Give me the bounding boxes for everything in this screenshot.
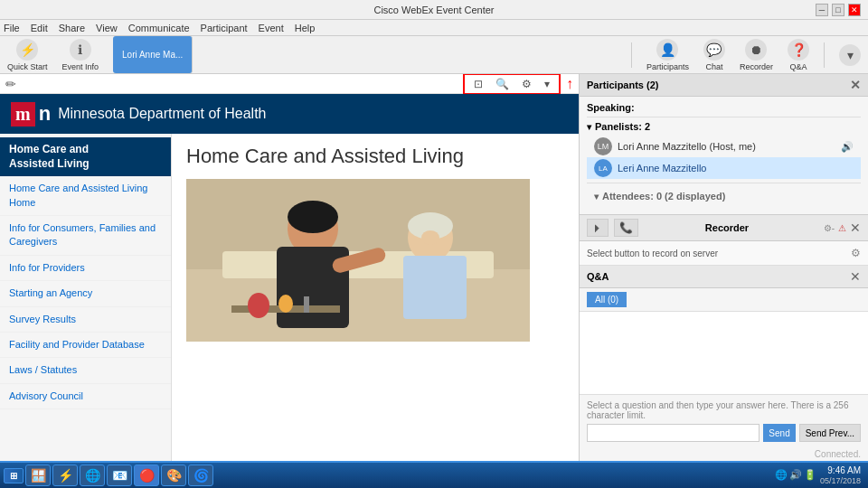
sidebar-link-home[interactable]: Home Care and Assisted Living Home: [0, 176, 171, 216]
menu-help[interactable]: Help: [295, 23, 316, 33]
event-info-button[interactable]: ℹ Event Info: [62, 39, 99, 71]
sidebar-link-agency[interactable]: Starting an Agency: [0, 281, 171, 306]
zoom-in-icon[interactable]: 🔍: [492, 77, 513, 91]
taskbar-app-chrome[interactable]: 🌐: [80, 465, 105, 486]
website-frame: m n Minnesota Department of Health Home …: [0, 94, 579, 461]
menu-edit[interactable]: Edit: [31, 23, 48, 33]
divider-1: [587, 117, 861, 117]
qa-send-button[interactable]: Send: [763, 424, 795, 442]
mdh-logo: m n: [11, 102, 51, 127]
qa-label: Q&A: [789, 62, 807, 71]
sidebar: Home Care andAssisted Living Home Care a…: [0, 134, 172, 461]
event-info-icon: ℹ: [70, 39, 91, 61]
chat-button[interactable]: 💬 Chat: [703, 39, 725, 71]
qa-button[interactable]: ❓ Q&A: [788, 39, 809, 71]
webinar-toolbar: ✏ ⊡ 🔍 ⚙ ▾ ↑: [0, 74, 579, 94]
qa-send-prev-button[interactable]: Send Prev...: [799, 424, 861, 442]
taskbar-app-powerpoint[interactable]: 🔴: [134, 465, 159, 486]
maximize-button[interactable]: □: [832, 4, 844, 16]
sidebar-link-advisory[interactable]: Advisory Council: [0, 384, 171, 409]
start-icon: ⊞: [10, 471, 17, 481]
participants-close-icon[interactable]: ✕: [850, 78, 861, 92]
battery-icon: 🔋: [804, 469, 816, 481]
menu-share[interactable]: Share: [59, 23, 85, 33]
taskbar-app-explorer[interactable]: 🪟: [25, 465, 51, 486]
speaking-header: Speaking:: [587, 102, 861, 113]
svg-point-10: [421, 230, 439, 245]
participant-row-active: LA Leri Anne Mazzitello: [587, 157, 861, 179]
participant-row-lm: LM Lori Anne Mazzitello (Host, me) 🔊: [587, 136, 861, 157]
taskbar-app-paint[interactable]: 🎨: [161, 465, 186, 486]
recorder-section: ⏵ 📞 Recorder ⚙- ⚠ ✕ Select button to rec…: [580, 214, 868, 266]
page-title: Home Care and Assisted Living: [186, 145, 564, 168]
phone-icon[interactable]: 📞: [614, 219, 638, 237]
recorder-button[interactable]: ⏺ Recorder: [740, 39, 773, 71]
qa-section: Q&A ✕ All (0) Select a question and then…: [580, 266, 868, 461]
sidebar-link-consumers[interactable]: Info for Consumers, Families and Caregiv…: [0, 216, 171, 256]
close-button[interactable]: ✕: [848, 4, 861, 16]
speaking-label: Speaking:: [587, 102, 635, 113]
sidebar-link-survey[interactable]: Survey Results: [0, 307, 171, 333]
volume-icon: 🔊: [789, 469, 802, 481]
qa-all-tab[interactable]: All (0): [587, 292, 627, 307]
sidebar-link-providers[interactable]: Info for Providers: [0, 256, 171, 281]
taskbar-right: 🌐 🔊 🔋 9:46 AM 05/17/2018: [775, 465, 864, 486]
quick-start-button[interactable]: ⚡ Quick Start: [7, 39, 48, 71]
system-clock: 9:46 AM 05/17/2018: [820, 465, 861, 486]
participants-count-label: Participants (2): [587, 80, 658, 90]
qa-answer-input[interactable]: [587, 424, 760, 442]
minimize-button[interactable]: ─: [816, 4, 828, 16]
attendees-label: Attendees: 0 (2 displayed): [602, 191, 725, 202]
participant-name-active: Leri Anne Mazzitello: [618, 163, 854, 174]
participants-section: Speaking: ▾ Panelists: 2 LM Lori Anne Ma…: [580, 97, 868, 214]
content-area: ✏ ⊡ 🔍 ⚙ ▾ ↑ m n: [0, 74, 868, 461]
menu-communicate[interactable]: Communicate: [128, 23, 190, 33]
divider-2: [587, 183, 861, 183]
sidebar-link-laws[interactable]: Laws / Statutes: [0, 358, 171, 383]
attendees-section: ▾ Attendees: 0 (2 displayed): [587, 187, 861, 209]
expand-button[interactable]: ▾: [839, 44, 861, 66]
chat-icon: 💬: [703, 39, 725, 61]
panelists-header[interactable]: ▾ Panelists: 2: [587, 121, 861, 132]
menu-participant[interactable]: Participant: [201, 23, 248, 33]
time-display: 9:46 AM: [820, 465, 861, 476]
menu-file[interactable]: File: [4, 23, 20, 33]
sidebar-link-facility[interactable]: Facility and Provider Database: [0, 333, 171, 358]
participant-name-lm: Lori Anne Mazzitello (Host, me): [618, 141, 835, 152]
recorder-icon: ⏺: [745, 39, 767, 61]
fit-page-icon[interactable]: ⊡: [470, 77, 486, 91]
qa-header: Q&A ✕: [580, 266, 868, 288]
chat-label: Chat: [705, 62, 722, 71]
taskbar-app-ie[interactable]: ⚡: [52, 465, 78, 486]
more-options-icon[interactable]: ▾: [541, 77, 553, 91]
recorder-close-icon[interactable]: ✕: [850, 221, 861, 235]
recorder-controls-icons: ⏵ 📞: [587, 219, 705, 237]
recorder-content: Select button to record on server ⚙: [580, 241, 868, 266]
settings-small-icon[interactable]: ⚙: [518, 77, 535, 91]
menu-view[interactable]: View: [96, 23, 118, 33]
sidebar-active-item: Home Care andAssisted Living: [0, 137, 171, 176]
webex-panel: ✏ ⊡ 🔍 ⚙ ▾ ↑ m n: [0, 74, 579, 461]
svg-rect-14: [304, 296, 309, 313]
qa-close-icon[interactable]: ✕: [850, 269, 861, 284]
main-content: Home Care and Assisted Living: [172, 134, 579, 461]
mdh-header: m n Minnesota Department of Health: [0, 94, 579, 134]
qa-status-text: Connected.: [580, 447, 868, 461]
recorder-gear-icon[interactable]: ⚙: [851, 247, 861, 259]
participants-button[interactable]: 👤 Participants: [646, 39, 689, 71]
record-play-icon[interactable]: ⏵: [587, 219, 609, 237]
start-button[interactable]: ⊞: [4, 468, 24, 483]
recorder-hint-text: Select button to record on server: [587, 249, 718, 258]
taskbar-app-outlook[interactable]: 📧: [107, 465, 132, 486]
taskbar-app-webex[interactable]: 🌀: [188, 465, 213, 486]
pencil-tool-icon[interactable]: ✏: [5, 77, 16, 91]
svg-point-5: [288, 201, 338, 233]
attendees-header[interactable]: ▾ Attendees: 0 (2 displayed): [594, 191, 854, 202]
active-tab[interactable]: Lori Anne Ma...: [113, 36, 193, 73]
menu-event[interactable]: Event: [259, 23, 284, 33]
participant-avatar-active: LA: [594, 159, 612, 177]
system-tray-icons: 🌐 🔊 🔋: [775, 469, 816, 481]
zoom-controls-highlight: ⊡ 🔍 ⚙ ▾: [463, 74, 561, 95]
svg-rect-8: [403, 256, 467, 319]
rec-minus-icon: ⚙-: [824, 223, 835, 233]
